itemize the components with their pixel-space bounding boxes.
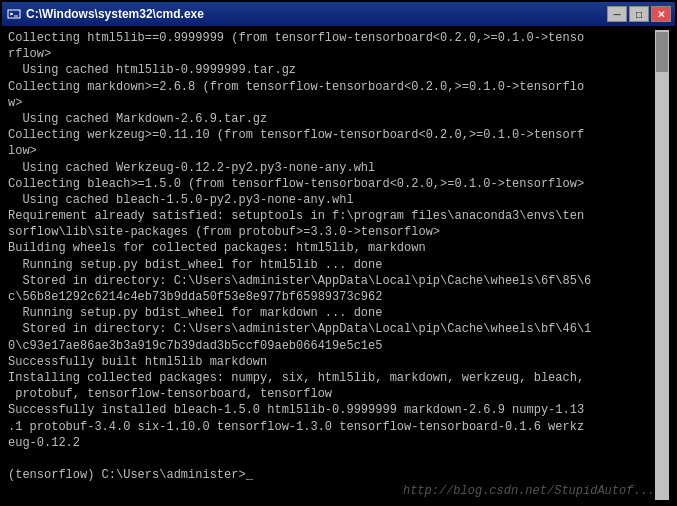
- window-controls: ─ □ ✕: [607, 6, 671, 22]
- scrollbar[interactable]: [655, 30, 669, 500]
- terminal-body[interactable]: Collecting html5lib==0.9999999 (from ten…: [2, 26, 675, 504]
- maximize-button[interactable]: □: [629, 6, 649, 22]
- title-bar-left: C:\Windows\system32\cmd.exe: [6, 6, 204, 22]
- title-bar: C:\Windows\system32\cmd.exe ─ □ ✕: [2, 2, 675, 26]
- scrollbar-thumb[interactable]: [656, 32, 668, 72]
- terminal-output: Collecting html5lib==0.9999999 (from ten…: [8, 30, 655, 500]
- close-button[interactable]: ✕: [651, 6, 671, 22]
- window-title: C:\Windows\system32\cmd.exe: [26, 7, 204, 21]
- watermark: http://blog.csdn.net/StupidAutof...: [403, 484, 655, 498]
- cmd-window: C:\Windows\system32\cmd.exe ─ □ ✕ Collec…: [0, 0, 677, 506]
- cmd-icon: [6, 6, 22, 22]
- minimize-button[interactable]: ─: [607, 6, 627, 22]
